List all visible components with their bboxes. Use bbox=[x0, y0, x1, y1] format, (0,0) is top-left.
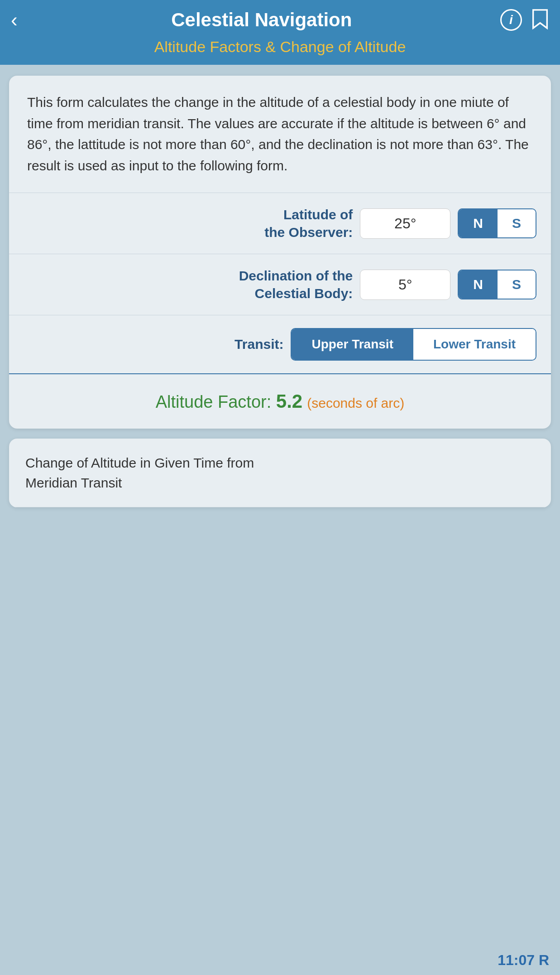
declination-input[interactable] bbox=[360, 270, 450, 300]
description-section: This form calculates the change in the a… bbox=[9, 76, 551, 193]
app-header: ‹ Celestial Navigation i Altitude Factor… bbox=[0, 0, 560, 65]
transit-row: Transit: Upper Transit Lower Transit bbox=[9, 315, 551, 374]
latitude-row: Latitude ofthe Observer: N S bbox=[9, 193, 551, 254]
description-text: This form calculates the change in the a… bbox=[27, 92, 533, 176]
lower-transit-button[interactable]: Lower Transit bbox=[413, 329, 536, 360]
latitude-input[interactable] bbox=[360, 208, 450, 239]
transit-toggle: Upper Transit Lower Transit bbox=[291, 328, 536, 361]
header-icons: i bbox=[500, 8, 549, 32]
transit-label: Transit: bbox=[193, 337, 283, 352]
declination-s-button[interactable]: S bbox=[498, 270, 536, 299]
altitude-factor-value: 5.2 bbox=[276, 391, 302, 412]
second-card-content: Change of Altitude in Given Time fromMer… bbox=[9, 439, 551, 507]
latitude-s-button[interactable]: S bbox=[498, 209, 536, 237]
header-top-row: ‹ Celestial Navigation i bbox=[11, 8, 549, 32]
second-card: Change of Altitude in Given Time fromMer… bbox=[9, 439, 551, 507]
back-button[interactable]: ‹ bbox=[11, 8, 23, 32]
declination-n-button[interactable]: N bbox=[459, 270, 498, 299]
declination-row: Declination of theCelestial Body: N S bbox=[9, 254, 551, 315]
result-section: Altitude Factor: 5.2(seconds of arc) bbox=[9, 374, 551, 429]
latitude-label: Latitude ofthe Observer: bbox=[226, 206, 353, 241]
latitude-ns-toggle: N S bbox=[458, 208, 536, 238]
latitude-n-button[interactable]: N bbox=[459, 209, 498, 237]
altitude-factor-unit: (seconds of arc) bbox=[307, 396, 404, 410]
altitude-factor-display: Altitude Factor: 5.2(seconds of arc) bbox=[156, 391, 405, 412]
status-bar: 11:07 R bbox=[0, 946, 560, 975]
content-area: This form calculates the change in the a… bbox=[0, 65, 560, 946]
declination-label: Declination of theCelestial Body: bbox=[226, 267, 353, 302]
app-title: Celestial Navigation bbox=[23, 9, 500, 31]
altitude-factor-label: Altitude Factor: 5.2(seconds of arc) bbox=[156, 392, 405, 411]
bookmark-icon[interactable] bbox=[531, 8, 549, 32]
declination-ns-toggle: N S bbox=[458, 270, 536, 299]
status-time: 11:07 R bbox=[498, 952, 549, 969]
upper-transit-button[interactable]: Upper Transit bbox=[292, 329, 413, 360]
page-subtitle: Altitude Factors & Change of Altitude bbox=[154, 38, 406, 56]
info-icon[interactable]: i bbox=[500, 9, 522, 31]
main-card: This form calculates the change in the a… bbox=[9, 76, 551, 429]
second-card-title: Change of Altitude in Given Time fromMer… bbox=[25, 453, 535, 492]
